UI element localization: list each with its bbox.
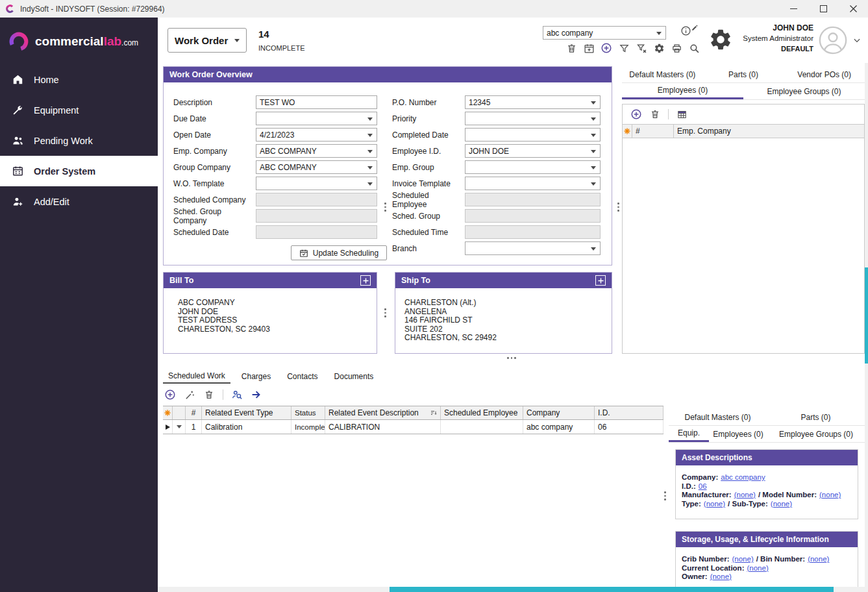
filter-clear-icon[interactable] <box>636 42 647 54</box>
address-line: 146 FAIRCHILD ST <box>404 316 608 325</box>
employees-grid: # Emp. Company <box>622 104 865 354</box>
scheduled-work-header: # Related Event Type Status Related Even… <box>163 406 663 420</box>
splitter-handle[interactable] <box>507 357 516 359</box>
add-record-icon[interactable] <box>601 42 612 54</box>
tab-vendor-pos[interactable]: Vendor POs (0) <box>784 66 865 82</box>
invoice-template-combo[interactable] <box>465 177 601 190</box>
add-ship-to-button[interactable] <box>595 275 606 286</box>
add-scheduled-work-icon[interactable] <box>164 389 176 401</box>
storage-lifecycle-body: Crib Number: (none) / Bin Number: (none)… <box>676 547 858 587</box>
filter-icon[interactable] <box>618 42 630 54</box>
work-tabs: Scheduled Work Charges Contacts Document… <box>163 369 378 384</box>
tab-equip[interactable]: Equip. <box>669 426 709 442</box>
emp-company-combo[interactable]: ABC COMPANY <box>256 144 377 158</box>
bin-number-link[interactable]: (none) <box>808 555 829 564</box>
manufacturer-link[interactable]: (none) <box>734 491 756 500</box>
tab-default-masters-bottom[interactable]: Default Masters (0) <box>669 409 767 425</box>
sidebar-item-add-edit[interactable]: Add/Edit <box>0 186 158 217</box>
splitter-handle[interactable] <box>384 203 386 212</box>
tab-parts[interactable]: Parts (0) <box>703 66 784 82</box>
settings-small-icon[interactable] <box>653 42 665 54</box>
user-edit-icon <box>11 195 24 208</box>
update-scheduling-button[interactable]: Update Scheduling <box>291 245 387 260</box>
add-bill-to-button[interactable] <box>360 275 371 286</box>
wand-icon[interactable] <box>184 389 195 401</box>
current-location-link[interactable]: (none) <box>747 564 768 573</box>
sidebar-item-equipment[interactable]: Equipment <box>0 95 158 125</box>
close-button[interactable] <box>838 0 868 18</box>
form-row: Employee I.D. JOHN DOE <box>392 143 612 159</box>
row-expander-icon[interactable] <box>173 420 186 434</box>
owner-link[interactable]: (none) <box>710 573 732 582</box>
table-row[interactable]: 1 Calibration Incomple CALIBRATION abc c… <box>163 420 663 434</box>
asset-id-line: I.D.: 06 <box>682 482 852 491</box>
column-header-company[interactable]: Company <box>523 406 595 419</box>
employee-search-icon[interactable] <box>231 389 243 401</box>
column-header-status[interactable]: Status <box>291 406 325 419</box>
sidebar-item-order-system[interactable]: Order System <box>0 156 158 186</box>
delete-icon[interactable] <box>565 42 577 54</box>
sidebar-item-home[interactable]: Home <box>0 64 158 95</box>
tab-employee-groups[interactable]: Employee Groups (0) <box>743 83 865 99</box>
column-header-related-event-description[interactable]: Related Event Description <box>325 406 441 419</box>
type-link[interactable]: (none) <box>704 500 725 509</box>
tab-employees-bottom[interactable]: Employees (0) <box>709 426 767 442</box>
splitter-handle[interactable] <box>384 308 386 317</box>
horizontal-scrollbar[interactable] <box>158 587 868 592</box>
due-date-combo[interactable] <box>256 112 377 125</box>
vertical-scrollbar-thumb[interactable] <box>865 267 868 364</box>
current-row-marker-icon <box>163 420 173 434</box>
open-date-combo[interactable]: 4/21/2023 <box>256 128 377 142</box>
tab-employees[interactable]: Employees (0) <box>622 83 743 99</box>
wo-template-combo[interactable] <box>256 177 377 190</box>
completed-date-combo[interactable] <box>465 128 601 142</box>
minimize-button[interactable] <box>778 0 808 18</box>
group-company-combo[interactable]: ABC COMPANY <box>256 160 377 174</box>
employees-grid-body[interactable] <box>623 138 864 353</box>
calendar-add-icon[interactable] <box>583 42 595 54</box>
priority-combo[interactable] <box>465 112 601 125</box>
company-filter-combo[interactable]: abc company <box>543 26 666 40</box>
model-number-link[interactable]: (none) <box>819 491 841 500</box>
grid-view-icon[interactable] <box>676 108 688 120</box>
description-input[interactable]: TEST WO <box>256 95 377 109</box>
splitter-handle[interactable] <box>617 203 619 212</box>
avatar[interactable] <box>819 26 847 55</box>
maximize-button[interactable] <box>808 0 838 18</box>
column-header-emp-company[interactable]: Emp. Company <box>674 125 864 138</box>
tab-default-masters[interactable]: Default Masters (0) <box>622 66 703 82</box>
column-header-related-event-type[interactable]: Related Event Type <box>202 406 291 419</box>
vertical-scrollbar[interactable] <box>865 63 868 587</box>
delete-employee-icon[interactable] <box>649 108 661 120</box>
user-menu-chevron-icon[interactable] <box>852 36 862 45</box>
id-link[interactable]: 06 <box>699 482 707 491</box>
tab-parts-bottom[interactable]: Parts (0) <box>767 409 865 425</box>
process-arrow-icon[interactable] <box>251 389 262 401</box>
info-icon[interactable] <box>680 25 691 36</box>
branch-combo[interactable] <box>465 241 601 255</box>
tab-charges[interactable]: Charges <box>236 369 276 384</box>
splitter-handle[interactable] <box>664 491 666 500</box>
add-employee-icon[interactable] <box>630 108 642 120</box>
print-icon[interactable] <box>671 42 682 54</box>
company-link[interactable]: abc company <box>721 473 765 482</box>
tab-documents[interactable]: Documents <box>329 369 379 384</box>
column-header-id[interactable]: I.D. <box>595 406 663 419</box>
tab-contacts[interactable]: Contacts <box>282 369 323 384</box>
tab-employee-groups-bottom[interactable]: Employee Groups (0) <box>767 426 865 442</box>
tab-scheduled-work[interactable]: Scheduled Work <box>163 369 230 384</box>
crib-number-link[interactable]: (none) <box>732 555 753 564</box>
horizontal-scrollbar-thumb[interactable] <box>390 587 834 592</box>
column-header-scheduled-employee[interactable]: Scheduled Employee <box>441 406 523 419</box>
column-header-number[interactable]: # <box>632 125 674 138</box>
module-selector[interactable]: Work Order <box>167 28 247 53</box>
subtype-link[interactable]: (none) <box>771 500 792 509</box>
delete-scheduled-work-icon[interactable] <box>203 389 215 401</box>
employee-id-combo[interactable]: JOHN DOE <box>465 144 601 158</box>
scheduled-work-toolbar <box>164 386 262 403</box>
emp-group-combo[interactable] <box>465 160 601 174</box>
sidebar-item-pending-work[interactable]: Pending Work <box>0 125 158 156</box>
column-header-number[interactable]: # <box>186 406 202 419</box>
form-row: W.O. Template <box>173 175 392 191</box>
po-number-combo[interactable]: 12345 <box>465 95 601 109</box>
